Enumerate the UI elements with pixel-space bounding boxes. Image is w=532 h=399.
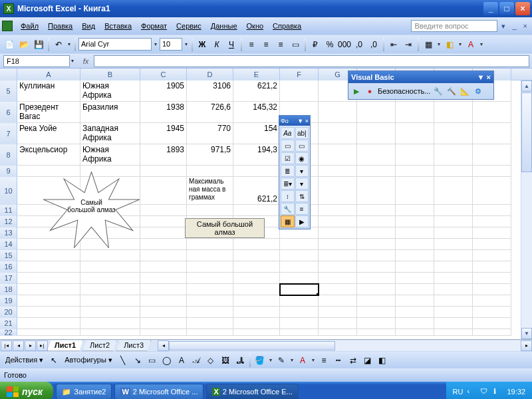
tab-next-icon[interactable]: ▸ bbox=[25, 340, 36, 351]
cell[interactable] bbox=[396, 177, 434, 205]
font-color-icon[interactable]: A bbox=[464, 38, 477, 51]
cell[interactable] bbox=[233, 273, 280, 284]
cell[interactable] bbox=[140, 216, 187, 227]
col-header[interactable]: A bbox=[17, 68, 80, 80]
cell[interactable] bbox=[473, 177, 511, 205]
cell[interactable]: 726,6 bbox=[187, 102, 233, 123]
cell[interactable] bbox=[396, 329, 434, 336]
cell[interactable]: 1905 bbox=[140, 80, 187, 102]
font-size-box[interactable]: 10 bbox=[160, 38, 182, 51]
cell[interactable] bbox=[187, 205, 233, 216]
cell[interactable] bbox=[473, 307, 511, 318]
row-header[interactable]: 17 bbox=[0, 273, 17, 284]
row-header[interactable]: 8 bbox=[0, 144, 17, 166]
label-tool-icon[interactable]: Aa bbox=[281, 127, 295, 139]
cell[interactable] bbox=[140, 227, 187, 239]
cell[interactable] bbox=[396, 250, 434, 261]
menu-file[interactable]: Файл bbox=[17, 20, 43, 32]
row-header[interactable]: 13 bbox=[0, 227, 17, 239]
cell[interactable] bbox=[17, 284, 80, 295]
cell[interactable] bbox=[187, 166, 233, 177]
tray-icon[interactable]: ℹ bbox=[493, 387, 503, 396]
hscroll-thumb[interactable] bbox=[169, 341, 335, 350]
cell[interactable] bbox=[233, 261, 280, 273]
combo-drop-tool-icon[interactable]: ▾ bbox=[295, 178, 309, 190]
col-header[interactable]: F bbox=[280, 68, 319, 80]
borders-icon[interactable]: ▦ bbox=[422, 38, 435, 51]
cell[interactable] bbox=[187, 329, 233, 336]
control-props-tool-icon[interactable]: 🔧 bbox=[281, 203, 295, 215]
cell[interactable] bbox=[17, 261, 80, 273]
toggle-grid-tool-icon[interactable]: ▦ bbox=[281, 215, 295, 227]
row-header[interactable]: 15 bbox=[0, 250, 17, 261]
tab-last-icon[interactable]: ▸| bbox=[37, 340, 48, 351]
arrow-icon[interactable]: ↘ bbox=[131, 354, 144, 367]
cell[interactable]: 194,3 bbox=[233, 144, 280, 166]
cell[interactable] bbox=[434, 295, 473, 307]
cell[interactable] bbox=[319, 284, 357, 295]
clipart-icon[interactable]: 🖼 bbox=[219, 354, 232, 367]
cell[interactable] bbox=[473, 295, 511, 307]
cell[interactable] bbox=[319, 273, 357, 284]
cell[interactable] bbox=[319, 261, 357, 273]
col-header[interactable]: B bbox=[80, 68, 140, 80]
close-button[interactable]: × bbox=[515, 2, 530, 15]
col-header[interactable]: E bbox=[233, 68, 280, 80]
toolbox-close-icon[interactable]: × bbox=[305, 118, 309, 124]
checkbox-tool-icon[interactable]: ☑ bbox=[281, 152, 295, 164]
cell[interactable] bbox=[140, 177, 187, 205]
form-button[interactable]: Самый большой алмаз bbox=[185, 218, 265, 238]
cell[interactable] bbox=[80, 295, 140, 307]
cell[interactable] bbox=[140, 239, 187, 250]
select-objects-icon[interactable]: ↖ bbox=[47, 354, 61, 367]
cell[interactable] bbox=[187, 273, 233, 284]
run-macro-icon[interactable]: ▶ bbox=[351, 86, 362, 96]
cell[interactable] bbox=[357, 273, 396, 284]
scroll-thumb[interactable] bbox=[521, 92, 532, 172]
ask-a-question-box[interactable]: Введите вопрос bbox=[411, 20, 497, 32]
font-color-draw-icon[interactable]: A bbox=[296, 354, 309, 367]
insert-function-icon[interactable]: fx bbox=[79, 55, 92, 67]
script-editor-icon[interactable]: ⚙ bbox=[473, 86, 483, 96]
font-name-box[interactable]: Arial Cyr bbox=[78, 38, 152, 51]
autoshapes-menu[interactable]: Автофигуры ▾ bbox=[62, 354, 115, 366]
cell[interactable] bbox=[357, 177, 396, 205]
sheet-tab-3[interactable]: Лист3 bbox=[116, 340, 151, 351]
fill-color-draw-icon[interactable]: 🪣 bbox=[253, 354, 267, 367]
fill-color-icon[interactable]: ◧ bbox=[443, 38, 456, 51]
sheet-tab-2[interactable]: Лист2 bbox=[82, 340, 117, 351]
run-dialog-tool-icon[interactable]: ▶ bbox=[295, 215, 309, 227]
cell[interactable] bbox=[233, 205, 280, 216]
tray-icon[interactable]: 🛡 bbox=[480, 387, 489, 396]
cell[interactable] bbox=[187, 318, 233, 329]
cell[interactable] bbox=[319, 307, 357, 318]
line-color-icon[interactable]: ✎ bbox=[275, 354, 288, 367]
vb-toolbar-close-icon[interactable]: × bbox=[487, 73, 491, 81]
cell[interactable] bbox=[434, 177, 473, 205]
name-box-dropdown-icon[interactable]: ▾ bbox=[70, 58, 75, 64]
cell[interactable] bbox=[80, 307, 140, 318]
cell[interactable] bbox=[396, 227, 434, 239]
combo-list-tool-icon[interactable]: ≣▾ bbox=[281, 178, 295, 190]
cell[interactable] bbox=[434, 166, 473, 177]
cell[interactable] bbox=[319, 295, 357, 307]
bold-icon[interactable]: Ж bbox=[196, 38, 209, 51]
tray-chevron-icon[interactable]: ‹ bbox=[467, 387, 476, 396]
cell[interactable] bbox=[280, 295, 319, 307]
cell[interactable]: 1938 bbox=[140, 102, 187, 123]
cell[interactable] bbox=[473, 273, 511, 284]
language-indicator[interactable]: RU bbox=[453, 388, 464, 396]
list-box-tool-icon[interactable]: ≣ bbox=[281, 165, 295, 177]
3d-icon[interactable]: ◧ bbox=[376, 354, 389, 367]
cell[interactable] bbox=[396, 273, 434, 284]
row-header[interactable]: 10 bbox=[0, 177, 17, 205]
cell[interactable] bbox=[233, 239, 280, 250]
row-header[interactable]: 7 bbox=[0, 123, 17, 144]
autoshape-explosion-star[interactable]: Самый большой алмаз bbox=[43, 172, 140, 248]
cell[interactable] bbox=[434, 102, 473, 123]
cell[interactable] bbox=[319, 216, 357, 227]
cell[interactable] bbox=[140, 166, 187, 177]
scroll-right-icon[interactable]: ▸ bbox=[521, 340, 532, 351]
cell[interactable] bbox=[140, 295, 187, 307]
formula-input[interactable] bbox=[94, 55, 529, 67]
